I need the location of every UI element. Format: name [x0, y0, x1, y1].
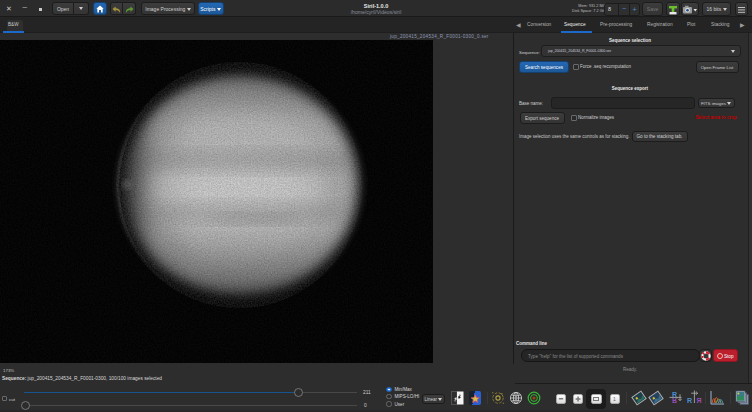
- svg-text:R: R: [672, 391, 677, 398]
- svg-text:R: R: [687, 397, 692, 404]
- svg-text:R: R: [672, 397, 677, 404]
- svg-text:R: R: [696, 397, 701, 404]
